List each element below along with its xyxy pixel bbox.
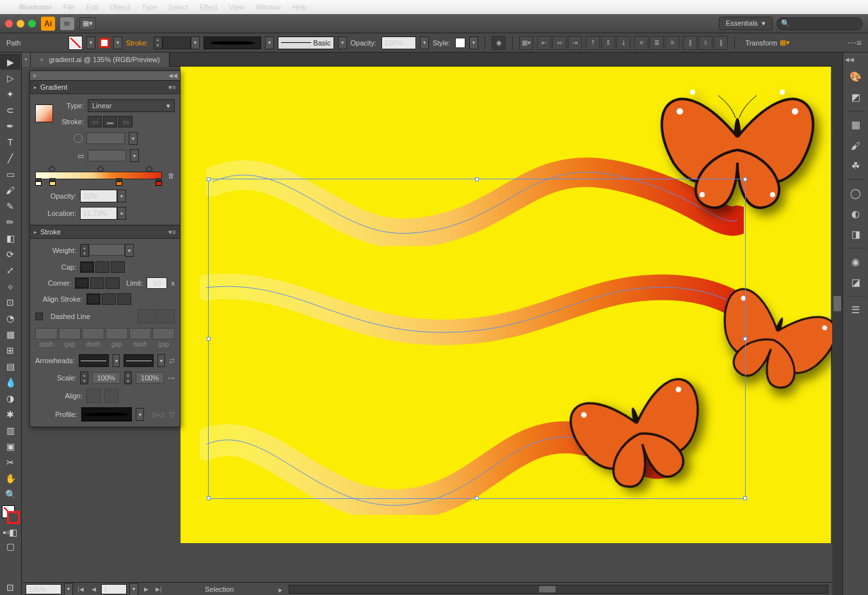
last-artboard-button[interactable]: ▶| — [154, 584, 164, 594]
color-guide-panel-icon[interactable]: ◩ — [847, 89, 865, 106]
flip-across-icon[interactable]: ▽ — [170, 411, 175, 419]
menu-select[interactable]: Select — [168, 3, 188, 11]
bbox-handle[interactable] — [207, 337, 211, 341]
fill-swatch[interactable] — [68, 36, 83, 50]
lasso-tool[interactable]: ⊂ — [0, 102, 20, 118]
vertical-scrollbar[interactable] — [832, 53, 842, 595]
toolbox-edit-button[interactable]: ⊡ — [0, 579, 20, 595]
bbox-handle[interactable] — [475, 177, 479, 181]
mesh-tool[interactable]: ⊞ — [0, 342, 20, 358]
document-tab[interactable]: × gradient.ai @ 135% (RGB/Preview) — [31, 53, 170, 67]
slice-tool[interactable]: ✂ — [0, 454, 20, 470]
perspective-grid-tool[interactable]: ▦ — [0, 326, 20, 342]
stroke-panel-tab[interactable]: ▸ Stroke ▾≡ — [30, 225, 180, 239]
paintbrush-tool[interactable]: 🖌 — [0, 182, 20, 198]
arrowhead-end-dropdown[interactable] — [124, 354, 154, 367]
stroke-panel-menu-icon[interactable]: ▾≡ — [168, 228, 176, 236]
panel-drag-bar[interactable]: × ◀◀ — [30, 71, 180, 80]
bbox-handle[interactable] — [475, 496, 479, 500]
variable-width-profile[interactable] — [204, 37, 261, 49]
gradient-aspect-input[interactable] — [88, 150, 126, 161]
selection-tool[interactable]: ▶ — [0, 54, 20, 70]
menu-file[interactable]: File — [63, 3, 75, 11]
menu-effect[interactable]: Effect — [200, 3, 218, 11]
layers-panel-icon[interactable]: ☰ — [847, 302, 865, 318]
arrow-scale-end[interactable]: 100% — [136, 372, 164, 384]
search-field[interactable]: 🔍 — [776, 17, 863, 30]
shape-builder-tool[interactable]: ◔ — [0, 310, 20, 326]
arrowhead-start-dropdown[interactable] — [79, 354, 109, 367]
selection-bounding-box[interactable] — [208, 179, 746, 499]
stroke-swatch[interactable] — [99, 38, 109, 48]
opacity-label[interactable]: Opacity: — [351, 39, 376, 47]
blob-brush-tool[interactable]: ✏ — [0, 214, 20, 230]
line-tool[interactable]: ╱ — [0, 150, 20, 166]
expand-dock-button[interactable]: ◀◀ — [845, 56, 854, 63]
style-label[interactable]: Style: — [433, 39, 451, 47]
align-left-button[interactable]: ⇤ — [537, 36, 551, 50]
gradient-panel-menu-icon[interactable]: ▾≡ — [168, 83, 176, 92]
distribute-hcenter-button[interactable]: ⦀ — [698, 36, 712, 50]
dash-gap-inputs[interactable] — [35, 328, 175, 339]
flip-along-icon[interactable]: ▷◁ — [153, 411, 163, 419]
menu-help[interactable]: Help — [292, 3, 307, 11]
stroke-indicator[interactable] — [7, 511, 20, 524]
next-artboard-button[interactable]: ▶ — [141, 584, 151, 594]
bbox-handle[interactable] — [207, 177, 211, 181]
bbox-handle[interactable] — [743, 177, 747, 181]
eyedropper-tool[interactable]: 💧 — [0, 374, 20, 390]
stroke-dropdown[interactable] — [113, 37, 122, 49]
align-right-button[interactable]: ⇥ — [568, 36, 582, 50]
distribute-right-button[interactable]: ‖ — [714, 36, 728, 50]
zoom-window-button[interactable] — [28, 20, 36, 28]
gradient-preview-swatch[interactable] — [35, 104, 53, 122]
gradient-stop-location-input[interactable]: 11.73% — [80, 207, 126, 220]
delete-stop-icon[interactable]: 🗑 — [168, 172, 175, 179]
distribute-vcenter-button[interactable]: ≣ — [650, 36, 664, 50]
hand-tool[interactable]: ✋ — [0, 470, 20, 486]
align-hcenter-button[interactable]: ⇔ — [552, 36, 567, 50]
close-panel-icon[interactable]: × — [33, 72, 36, 79]
free-transform-tool[interactable]: ⊡ — [0, 294, 20, 310]
menu-view[interactable]: View — [229, 3, 245, 11]
dashed-line-checkbox[interactable] — [35, 313, 43, 320]
arrange-documents-button[interactable]: ▦▾ — [79, 17, 96, 30]
width-tool[interactable]: ⟐ — [0, 278, 20, 294]
menu-app-name[interactable]: Illustrator — [19, 3, 52, 11]
menu-object[interactable]: Object — [109, 3, 130, 11]
gradient-stop-opacity-input[interactable]: 10% — [80, 190, 126, 202]
bbox-handle[interactable] — [207, 496, 211, 500]
stroke-weight-field[interactable]: ▲▼ — [80, 244, 134, 257]
stroke-panel-icon[interactable]: ◯ — [847, 185, 865, 202]
scale-tool[interactable]: ⤢ — [0, 262, 20, 278]
style-swatch[interactable] — [455, 38, 465, 48]
graphic-styles-panel-icon[interactable]: ◪ — [847, 274, 865, 291]
distribute-left-button[interactable]: ‖ — [683, 36, 697, 50]
magic-wand-tool[interactable]: ✦ — [0, 86, 20, 102]
color-mode-buttons[interactable]: ▪▫◧ — [0, 526, 20, 538]
align-stroke-buttons[interactable] — [86, 293, 131, 305]
prev-artboard-button[interactable]: ◀ — [88, 584, 99, 594]
workspace-switcher[interactable]: Essentials ▾ — [719, 17, 773, 30]
gradient-tool[interactable]: ▤ — [0, 358, 20, 374]
gradient-type-dropdown[interactable]: Linear▾ — [88, 99, 175, 112]
rectangle-tool[interactable]: ▭ — [0, 166, 20, 182]
menu-edit[interactable]: Edit — [86, 3, 98, 11]
swatches-panel-icon[interactable]: ▦ — [847, 117, 865, 133]
fill-stroke-indicator[interactable] — [0, 505, 20, 526]
menu-window[interactable]: Window — [255, 3, 280, 11]
first-artboard-button[interactable]: |◀ — [76, 584, 86, 594]
artboard-tool[interactable]: ▣ — [0, 438, 20, 454]
dash-align-1[interactable] — [138, 309, 156, 323]
pencil-tool[interactable]: ✎ — [0, 198, 20, 214]
column-graph-tool[interactable]: ▥ — [0, 422, 20, 438]
stroke-label[interactable]: Stroke: — [126, 39, 149, 47]
collapse-panel-icon[interactable]: ◀◀ — [168, 72, 177, 79]
gradient-panel-tab[interactable]: ▸ Gradient ▾≡ — [30, 80, 180, 94]
arrow-scale-start[interactable]: 100% — [92, 372, 120, 384]
width-profile-dropdown[interactable] — [81, 407, 133, 421]
symbol-sprayer-tool[interactable]: ✱ — [0, 406, 20, 422]
distribute-top-button[interactable]: ≡ — [634, 36, 648, 50]
floating-panel-group[interactable]: × ◀◀ ▸ Gradient ▾≡ Type: Linear▾ Stroke:… — [29, 70, 181, 427]
gradient-panel-icon[interactable]: ◐ — [847, 206, 865, 222]
